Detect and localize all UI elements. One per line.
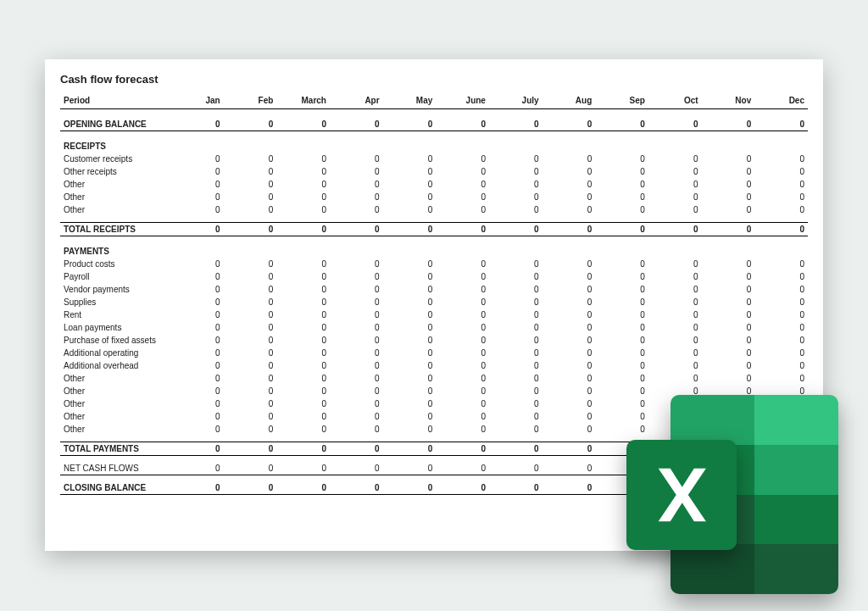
cell: 0 [648, 165, 702, 178]
cell: 0 [648, 223, 702, 236]
cell: 0 [489, 462, 542, 475]
cell: 0 [383, 347, 437, 359]
cell: 0 [224, 462, 277, 475]
cell: 0 [489, 165, 542, 178]
cell: 0 [383, 283, 437, 296]
cell: 0 [436, 223, 489, 236]
cell: 0 [542, 296, 596, 308]
cell: 0 [170, 283, 224, 296]
table-row: PAYMENTS [60, 245, 808, 258]
row-label: Other [60, 410, 170, 423]
spacer-row [60, 236, 808, 246]
table-row: Other receipts000000000000 [60, 165, 808, 178]
cell: 0 [489, 372, 542, 385]
cell: 0 [383, 423, 437, 436]
cell [224, 140, 277, 153]
cell: 0 [595, 258, 648, 270]
cell: 0 [754, 258, 808, 270]
cell: 0 [170, 203, 224, 216]
cell: 0 [595, 165, 648, 178]
period-header: Period [60, 94, 170, 109]
cell: 0 [595, 118, 648, 131]
excel-x-icon [648, 462, 715, 528]
row-label: Customer receipts [60, 153, 170, 165]
cell: 0 [702, 283, 755, 296]
cell: 0 [170, 372, 224, 385]
cell: 0 [595, 178, 648, 191]
cell: 0 [330, 410, 383, 423]
cell: 0 [330, 442, 383, 456]
cell: 0 [383, 153, 437, 165]
cell: 0 [542, 423, 596, 436]
cell: 0 [542, 385, 596, 397]
cell: 0 [330, 118, 383, 131]
cell: 0 [489, 334, 542, 347]
cell: 0 [224, 178, 277, 191]
cell: 0 [224, 410, 277, 423]
cell [383, 245, 437, 258]
cell: 0 [754, 118, 808, 131]
cell: 0 [276, 191, 330, 203]
cell: 0 [276, 270, 330, 283]
cell: 0 [648, 296, 702, 308]
month-header: Oct [648, 94, 702, 109]
cell: 0 [276, 223, 330, 236]
cell: 0 [436, 270, 489, 283]
cell: 0 [276, 462, 330, 475]
cell: 0 [224, 397, 277, 410]
cell: 0 [754, 372, 808, 385]
cell: 0 [436, 397, 489, 410]
cell: 0 [489, 270, 542, 283]
table-row: OPENING BALANCE000000000000 [60, 118, 808, 131]
cell: 0 [330, 296, 383, 308]
cell [648, 140, 702, 153]
cell: 0 [648, 347, 702, 359]
cell: 0 [648, 321, 702, 334]
table-row: Rent000000000000 [60, 308, 808, 321]
month-header: Jan [170, 94, 224, 109]
cell: 0 [224, 153, 277, 165]
table-row: Other000000000000 [60, 191, 808, 203]
cell: 0 [224, 191, 277, 203]
cell: 0 [330, 372, 383, 385]
cell: 0 [224, 308, 277, 321]
cell: 0 [436, 334, 489, 347]
row-label: Other receipts [60, 165, 170, 178]
cell [754, 140, 808, 153]
cell [436, 245, 489, 258]
row-label: PAYMENTS [60, 245, 170, 258]
cell: 0 [542, 270, 596, 283]
cell [276, 245, 330, 258]
cell: 0 [702, 270, 755, 283]
table-row: Additional overhead000000000000 [60, 359, 808, 372]
cell: 0 [754, 165, 808, 178]
table-row: Other000000000000 [60, 203, 808, 216]
spacer-row [60, 216, 808, 223]
cell: 0 [330, 334, 383, 347]
cell: 0 [489, 308, 542, 321]
cell: 0 [383, 372, 437, 385]
cell: 0 [489, 397, 542, 410]
cell: 0 [383, 258, 437, 270]
cell: 0 [330, 321, 383, 334]
cell: 0 [542, 283, 596, 296]
cell: 0 [436, 462, 489, 475]
cell: 0 [224, 359, 277, 372]
cell: 0 [383, 223, 437, 236]
cell: 0 [436, 442, 489, 456]
cell: 0 [489, 296, 542, 308]
cell [330, 245, 383, 258]
cell: 0 [754, 191, 808, 203]
cell: 0 [383, 410, 437, 423]
cell: 0 [436, 347, 489, 359]
cell: 0 [702, 296, 755, 308]
cell: 0 [383, 270, 437, 283]
cell: 0 [276, 481, 330, 495]
cell: 0 [330, 203, 383, 216]
cell: 0 [702, 165, 755, 178]
table-row: Other000000000000 [60, 372, 808, 385]
month-header: Dec [754, 94, 808, 109]
cell: 0 [224, 385, 277, 397]
cell: 0 [276, 165, 330, 178]
cell: 0 [170, 359, 224, 372]
